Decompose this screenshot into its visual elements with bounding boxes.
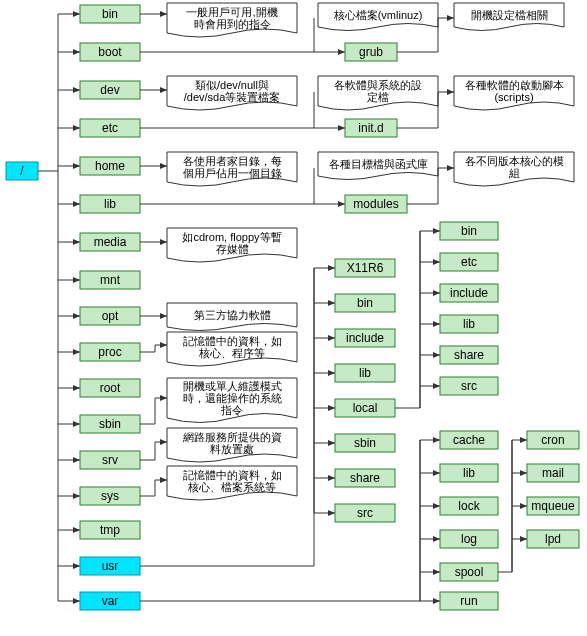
dir-grub-label: grub [359,45,383,59]
usr-lib: lib [359,366,371,380]
usr-x11r6: X11R6 [347,261,384,275]
var-cache: cache [453,433,485,447]
dir-initd-label: init.d [358,121,383,135]
note-sys-l2: 核心、檔案系統等 [187,481,276,493]
dir-dev-label: dev [100,83,119,97]
note-boot2-text: 開機設定檔相關 [471,9,548,21]
dir-sbin-label: sbin [99,417,121,431]
dir-mnt-label: mnt [100,273,121,287]
note-scripts-l2: (scripts) [494,91,533,103]
note-modules-l1: 各不同版本核心的模 [465,155,564,167]
var-subtree: cache lib lock log spool run [420,431,498,610]
dir-root-label: root [100,381,121,395]
note-etc-l1: 各軟體與系統的設 [334,79,422,91]
usr-share: share [350,471,380,485]
note-srv-l2: 料放置處 [210,443,254,455]
note-dev-l2: /dev/sda等裝置檔案 [184,91,281,103]
local-include: include [450,286,488,300]
local-etc: etc [461,255,477,269]
dir-sys-label: sys [101,489,119,503]
var-log: log [461,532,477,546]
note-scripts-l1: 各種軟體的啟動腳本 [465,79,564,91]
note-media-l2: 存媒體 [216,243,249,255]
var-lib: lib [463,466,475,480]
note-home-l2: 個用戶佔用一個目錄 [183,167,282,179]
local-bin: bin [461,224,477,238]
dir-var-label: var [102,594,119,608]
var-lock: lock [458,499,480,513]
spool-cron: cron [541,433,564,447]
local-share: share [454,348,484,362]
note-srv-l1: 網路服務所提供的資 [182,431,282,443]
dir-boot-label: boot [98,45,122,59]
var-spool: spool [455,565,484,579]
spool-subtree: cron mail mqueue lpd [512,431,579,572]
spool-mqueue: mqueue [531,499,575,513]
note-lib-text: 各種目標檔與函式庫 [329,158,428,170]
note-bin-l2: 時會用到的指令 [194,18,271,30]
dir-tmp-label: tmp [100,523,120,537]
local-lib: lib [463,317,475,331]
note-sbin-l3: 指令 [220,404,243,416]
dir-media-label: media [94,235,127,249]
dir-home-label: home [95,159,125,173]
note-proc-l1: 記憶體中的資料，如 [183,335,282,347]
dir-usr-label: usr [102,559,119,573]
note-modules-l2: 組 [508,167,520,179]
local-src: src [461,379,477,393]
usr-src: src [357,506,373,520]
dir-modules-label: modules [353,197,398,211]
note-sys-l1: 記憶體中的資料，如 [183,469,282,481]
local-subtree: bin etc include lib share src [420,222,498,408]
spool-lpd: lpd [545,532,561,546]
note-etc-l2: 定檔 [367,91,389,103]
var-run: run [460,594,477,608]
usr-local: local [353,401,378,415]
dir-proc-label: proc [98,345,121,359]
note-proc-l2: 核心、程序等 [198,347,265,359]
dir-bin-label: bin [102,7,118,21]
usr-include: include [346,331,384,345]
usr-bin: bin [357,296,373,310]
spool-mail: mail [542,466,564,480]
usr-subtree: X11R6 bin include lib local sbin share s… [314,259,395,522]
usr-sbin: sbin [354,436,376,450]
dir-srv-label: srv [102,453,118,467]
note-media-l1: 如cdrom, floppy等暫 [182,231,281,243]
note-sbin-l1: 開機或單人維護模式 [183,380,282,392]
note-vmlinuz-text: 核心檔案(vmlinuz) [333,9,423,21]
dir-opt-label: opt [102,309,119,323]
dir-etc-label: etc [102,121,118,135]
note-opt-text: 第三方協力軟體 [194,309,271,321]
note-sbin-l2: 時，還能操作的系統 [183,392,282,404]
note-dev-l1: 類似/dev/null與 [195,79,269,91]
note-home-l1: 各使用者家目錄，每 [183,155,282,167]
note-bin-l1: 一般用戶可用,開機 [186,6,277,18]
dir-lib-label: lib [104,197,116,211]
